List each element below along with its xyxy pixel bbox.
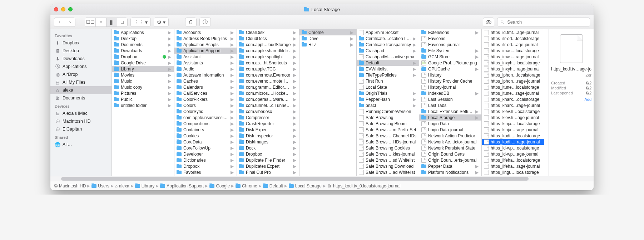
list-row[interactable]: ColorPickers▶	[174, 96, 237, 102]
list-row[interactable]: Application Scripts▶	[174, 41, 237, 48]
list-row[interactable]: Origin Boun…erts-journal	[419, 157, 481, 163]
list-row[interactable]: https_ilr-od…age-journal	[482, 41, 544, 48]
list-row[interactable]: Safe Browsi…m Prefix Set	[357, 127, 419, 133]
list-row[interactable]: https_itune…rage-journal	[482, 90, 544, 96]
list-row[interactable]: Crashpad▶	[357, 48, 419, 54]
list-row[interactable]: pnacl▶	[357, 102, 419, 108]
column-browser[interactable]: Applications▶Desktop▶Documents▶Downloads…	[112, 29, 549, 176]
list-row[interactable]: Final Cut Pro▶	[237, 169, 299, 175]
list-row[interactable]: com.micros….HockeyApp▶	[237, 90, 299, 96]
list-row[interactable]: Safe Browsing	[357, 114, 419, 121]
list-row[interactable]: Duplicates Expert▶	[237, 163, 299, 169]
list-row[interactable]: Dictionaries▶	[174, 157, 237, 163]
list-row[interactable]: Pictures▶	[112, 90, 174, 96]
path-segment[interactable]: ⌂alexa	[115, 183, 129, 188]
sidebar-item[interactable]: 🗎Documents	[50, 94, 112, 102]
add-tags-link[interactable]: Add	[551, 97, 591, 102]
list-row[interactable]: First Run	[357, 78, 419, 84]
list-row[interactable]: https_iphon…rage-journal	[482, 78, 544, 84]
list-row[interactable]: ClearDisk▶	[237, 29, 299, 35]
list-row[interactable]: Accounts▶	[174, 29, 237, 35]
sidebar-item[interactable]: 🖥Alexa's iMac	[50, 109, 112, 117]
list-row[interactable]: CertificateTransparency▶	[357, 41, 419, 48]
nav-forward-button[interactable]: ›	[65, 18, 75, 27]
list-row[interactable]: Dock▶	[237, 145, 299, 151]
list-row[interactable]: Safe Browsi…sd Whitelist	[357, 157, 419, 163]
path-segment[interactable]: Users	[91, 183, 109, 188]
list-row[interactable]: Safe Browsing Cookies	[357, 145, 419, 151]
horizontal-scrollbar[interactable]	[50, 176, 594, 181]
list-row[interactable]: History	[419, 72, 481, 78]
list-row[interactable]: Chrome▶	[299, 29, 356, 35]
list-row[interactable]: IndexedDB▶	[419, 90, 481, 96]
list-row[interactable]: com.tunnel…c.TunnelBear▶	[237, 102, 299, 108]
list-row[interactable]: Duplicate File Finder▶	[237, 157, 299, 163]
list-row[interactable]: CloudDocs▶	[237, 35, 299, 41]
list-row[interactable]: com.operas…tware.Opera▶	[237, 96, 299, 102]
path-segment[interactable]: ⛁Macintosh HD	[54, 183, 86, 188]
list-row[interactable]: com.apple.TCC▶	[237, 66, 299, 72]
list-row[interactable]: Local State	[357, 84, 419, 90]
list-row[interactable]: Address Book Plug-Ins▶	[174, 35, 237, 41]
list-row[interactable]: Assistant▶	[174, 54, 237, 60]
list-row[interactable]: Safe Browsi…l IDs-journal	[357, 139, 419, 145]
list-row[interactable]: Favicons	[419, 35, 481, 41]
list-row[interactable]: Dropbox▶	[174, 163, 237, 169]
list-row[interactable]: Disk Expert▶	[237, 127, 299, 133]
list-row[interactable]: https_lifeha…localstorage	[482, 157, 544, 163]
list-row[interactable]: Network Action Predictor	[419, 133, 481, 139]
list-row[interactable]: Login Data	[419, 121, 481, 127]
quicklook-button[interactable]	[483, 18, 494, 27]
list-row[interactable]: Origin Bound Certs	[419, 151, 481, 157]
path-segment[interactable]: Chrome	[236, 183, 257, 188]
path-segment[interactable]: Library	[135, 183, 155, 188]
list-row[interactable]: Safe Browsi…Channel IDs	[357, 133, 419, 139]
list-row[interactable]: Pepper Data▶	[419, 163, 481, 169]
nav-back-button[interactable]: ‹	[54, 18, 65, 27]
list-row[interactable]: Documents▶	[112, 41, 174, 48]
list-row[interactable]: Audio▶	[174, 66, 237, 72]
horizontal-scrollbar-thumb[interactable]	[61, 177, 528, 181]
list-row[interactable]: com.apple.spotlight▶	[237, 54, 299, 60]
list-row[interactable]: https_imas…localstorage	[482, 48, 544, 54]
sidebar-item[interactable]: ⌂alexa	[50, 86, 112, 94]
column-scroll[interactable]: Accounts▶Address Book Plug-Ins▶Applicati…	[174, 29, 237, 176]
list-row[interactable]: Downloads▶	[112, 48, 174, 54]
list-row[interactable]: CallServices▶	[174, 90, 237, 96]
list-row[interactable]: Caches▶	[174, 78, 237, 84]
list-row[interactable]: https_kiev.h…ocalstorage	[482, 108, 544, 114]
list-row[interactable]: https_itune…localstorage	[482, 84, 544, 90]
list-row[interactable]: Last Session	[419, 96, 481, 102]
path-segment[interactable]: Application Support	[160, 183, 204, 188]
view-column-view-icon[interactable]: |||	[106, 18, 117, 27]
list-row[interactable]: https_inxyh…rage-journal	[482, 66, 544, 72]
list-row[interactable]: Assistants▶	[174, 60, 237, 66]
list-row[interactable]: com.evernote.Evernote▶	[237, 72, 299, 78]
list-row[interactable]: Favicons-journal	[419, 41, 481, 48]
list-row[interactable]: https_lingu…localstorage	[482, 169, 544, 175]
list-row[interactable]: https_inxyh…localstorage	[482, 60, 544, 66]
minimize-window-button[interactable]	[61, 7, 65, 11]
list-row[interactable]: Network Ac…ictor-journal	[419, 139, 481, 145]
search-field[interactable]	[497, 18, 590, 27]
list-row[interactable]: https_khark…rage-journal	[482, 102, 544, 108]
sidebar-item[interactable]: 🖥Desktop	[50, 47, 112, 55]
list-row[interactable]: File System▶	[419, 48, 481, 54]
list-row[interactable]: Google Prof…Picture.png	[419, 60, 481, 66]
list-row[interactable]: https_kinja…rage-journal	[482, 127, 544, 133]
list-row[interactable]: https_id.tmt…age-journal	[482, 29, 544, 35]
list-row[interactable]: CoreData▶	[174, 139, 237, 145]
list-row[interactable]: com.apple.nsurlsessiond▶	[174, 114, 237, 121]
path-segment[interactable]: 🗎https_kodi.tv_0.localstorage-journal	[327, 183, 401, 188]
list-row[interactable]: Favorites▶	[174, 169, 237, 175]
list-row[interactable]: Extensions▶	[419, 29, 481, 35]
list-row[interactable]: Library▶	[112, 66, 174, 72]
sidebar-item[interactable]: ⛁ElCapitan	[50, 125, 112, 133]
list-row[interactable]: GCM Store▶	[419, 54, 481, 60]
list-row[interactable]: Network Persistent State	[419, 145, 481, 151]
close-window-button[interactable]	[54, 7, 58, 11]
list-row[interactable]: Login Data-journal	[419, 127, 481, 133]
list-row[interactable]: https_kiev.h…age-journal	[482, 114, 544, 121]
list-row[interactable]: Desktop▶	[112, 35, 174, 41]
list-row[interactable]: CoreFollowUp▶	[174, 145, 237, 151]
